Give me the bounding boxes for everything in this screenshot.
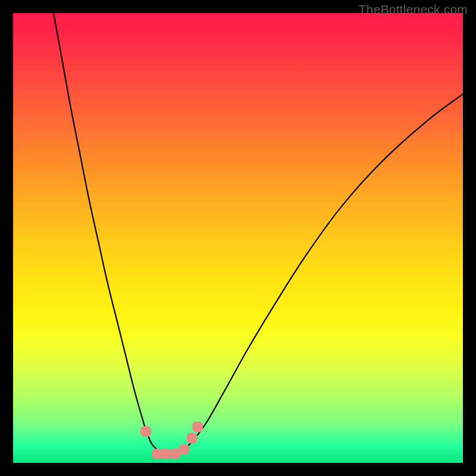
chart-svg bbox=[13, 13, 463, 463]
marker-dot bbox=[187, 433, 198, 443]
right-branch bbox=[166, 94, 463, 454]
marker-dot bbox=[178, 444, 189, 455]
left-branch bbox=[54, 13, 166, 454]
marker-dot bbox=[192, 422, 203, 433]
marker-dot bbox=[140, 426, 151, 437]
chart-area bbox=[13, 13, 463, 463]
